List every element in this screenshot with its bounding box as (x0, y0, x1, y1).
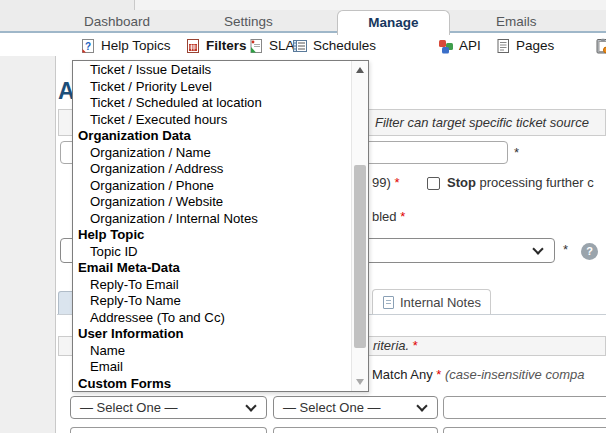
menu-label: SLA (269, 35, 295, 56)
forms-clipboard-icon (595, 38, 606, 54)
match-any-label: Match Any (372, 367, 433, 382)
option-group-label: Help Topic (73, 227, 351, 244)
execution-order-fragment: 99) * (372, 175, 399, 190)
menu-label: Pages (516, 35, 554, 56)
match-note-fragment: (case-insensitive compa (445, 367, 584, 382)
tab-settings[interactable]: Settings (224, 10, 273, 33)
manage-menu-bar: ? Help Topics Filters SLA (0, 35, 606, 56)
rule-field-select[interactable]: — Select One — (70, 396, 267, 419)
option-item[interactable]: Ticket / Executed hours (73, 112, 351, 129)
chevron-down-icon (532, 243, 543, 254)
menu-item-help-topics[interactable]: ? Help Topics (80, 35, 171, 56)
option-item[interactable]: Organization / Name (73, 145, 351, 162)
menu-item-api[interactable]: API (438, 35, 481, 56)
tab-dashboard[interactable]: Dashboard (84, 10, 150, 33)
status-label-fragment: bled * (372, 209, 405, 224)
option-item[interactable]: Topic ID (73, 244, 351, 261)
menu-label: API (459, 35, 481, 56)
main-tab-bar: Dashboard Settings Emails (0, 10, 606, 33)
option-group-label: Email Meta-Data (73, 260, 351, 277)
help-topic-icon: ? (80, 38, 96, 54)
menu-item-forms[interactable] (595, 35, 606, 56)
menu-label: Filters (206, 35, 247, 56)
tab-emails[interactable]: Emails (496, 10, 537, 33)
criteria-note-fragment: riteria. * (373, 337, 418, 355)
stop-processing-checkbox[interactable] (427, 177, 440, 190)
option-item[interactable]: Name (73, 343, 351, 360)
note-page-icon (383, 296, 394, 309)
option-item[interactable]: Ticket / Priority Level (73, 79, 351, 96)
page-gutter (0, 56, 56, 433)
match-any-row: Match Any * (case-insensitive compa (372, 367, 584, 382)
filter-target-dropdown: Ticket / Issue DetailsTicket / Priority … (72, 60, 369, 392)
menu-item-filters[interactable]: Filters (185, 35, 247, 56)
target-options-list: Ticket / Issue DetailsTicket / Priority … (73, 61, 351, 391)
required-asterisk: * (514, 145, 519, 160)
menu-item-schedules[interactable]: Schedules (292, 35, 376, 56)
schedules-icon (292, 38, 308, 54)
option-item[interactable]: Organization / Phone (73, 178, 351, 195)
rule-operator-select-partial[interactable] (273, 427, 438, 433)
tab-label: Internal Notes (400, 295, 481, 310)
option-item[interactable]: Ticket / Issue Details (73, 62, 351, 79)
required-asterisk: * (400, 209, 405, 224)
required-asterisk: * (413, 338, 418, 353)
option-item[interactable]: Ticket / Scheduled at location (73, 95, 351, 112)
header-strip (0, 0, 606, 10)
chevron-down-icon (245, 400, 256, 411)
scrollbar-thumb[interactable] (354, 165, 366, 348)
option-item[interactable]: Organization / Address (73, 161, 351, 178)
stop-processing-label: Stop processing further c (447, 175, 594, 190)
option-item[interactable]: Addressee (To and Cc) (73, 310, 351, 327)
required-asterisk: * (394, 175, 399, 190)
rule-value-input-partial[interactable] (443, 427, 606, 433)
select-placeholder: — Select One — (80, 397, 178, 418)
dropdown-scrollbar[interactable] (351, 61, 368, 391)
tab-manage[interactable]: Manage (337, 10, 450, 35)
menu-item-sla[interactable]: SLA (248, 35, 295, 56)
header-logo-edge (0, 0, 135, 10)
required-asterisk: * (563, 242, 568, 257)
chevron-down-icon (416, 400, 427, 411)
option-group-label: User Information (73, 326, 351, 343)
filter-target-note: Filter can target specific ticket source (375, 110, 589, 135)
option-item[interactable]: Organization / Internal Notes (73, 211, 351, 228)
rule-field-select-partial[interactable] (70, 427, 267, 433)
tab-internal-notes[interactable]: Internal Notes (372, 289, 491, 314)
pages-icon (495, 38, 511, 54)
option-item[interactable]: Email (73, 359, 351, 376)
help-tip-icon[interactable]: ? (581, 243, 598, 260)
option-group-label: Organization Data (73, 128, 351, 145)
scroll-up-icon[interactable] (356, 67, 364, 73)
select-placeholder: — Select One — (283, 397, 381, 418)
option-item[interactable]: Reply-To Email (73, 277, 351, 294)
admin-panel-screen: Dashboard Settings Emails Manage ? Help … (0, 0, 606, 433)
required-asterisk: * (436, 367, 441, 382)
sla-icon (248, 38, 264, 54)
option-group-label: Custom Forms (73, 376, 351, 392)
menu-item-pages[interactable]: Pages (495, 35, 554, 56)
svg-text:?: ? (85, 40, 91, 51)
option-item[interactable]: Reply-To Name (73, 293, 351, 310)
menu-label: Help Topics (101, 35, 171, 56)
scroll-down-icon[interactable] (356, 379, 364, 385)
api-icon (438, 38, 454, 54)
rule-value-input[interactable] (443, 396, 606, 419)
filters-icon (185, 38, 201, 54)
option-item[interactable]: Organization / Website (73, 194, 351, 211)
menu-label: Schedules (313, 35, 376, 56)
rule-operator-select[interactable]: — Select One — (273, 396, 438, 419)
